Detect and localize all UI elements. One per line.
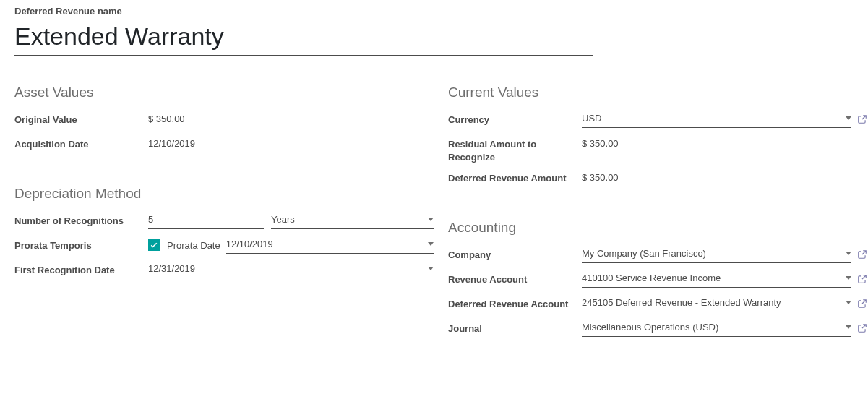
prorata-date-label: Prorata Date (167, 240, 220, 251)
external-link-icon[interactable] (857, 249, 867, 260)
deferred-revenue-account-text: 245105 Deferred Revenue - Extended Warra… (582, 297, 841, 308)
journal-select[interactable]: Miscellaneous Operations (USD) (582, 320, 851, 337)
first-recognition-date-text: 12/31/2019 (148, 263, 424, 274)
prorata-date-input[interactable]: 12/10/2019 (226, 236, 434, 254)
recognitions-unit-text: Years (271, 214, 424, 225)
external-link-icon[interactable] (857, 299, 867, 309)
recognitions-label: Number of Recognitions (14, 212, 148, 228)
depreciation-heading: Depreciation Method (14, 186, 434, 202)
name-field-label: Deferred Revenue name (14, 0, 854, 17)
company-label: Company (448, 246, 582, 262)
first-recognition-date-input[interactable]: 12/31/2019 (148, 261, 434, 278)
chevron-down-icon (846, 301, 851, 304)
acquisition-date-label: Acquisition Date (14, 135, 148, 151)
accounting-heading: Accounting (448, 220, 867, 236)
currency-select[interactable]: USD (582, 111, 851, 128)
current-values-section: Current Values Currency USD Residual Amo… (448, 85, 867, 188)
journal-label: Journal (448, 320, 582, 335)
chevron-down-icon (846, 276, 851, 280)
original-value: $ 350.00 (148, 111, 434, 124)
current-values-heading: Current Values (448, 85, 867, 100)
chevron-down-icon (428, 218, 434, 221)
deferred-amount: $ 350.00 (582, 169, 867, 183)
revenue-account-text: 410100 Service Revenue Income (582, 273, 841, 283)
asset-values-section: Asset Values Original Value $ 350.00 Acq… (14, 85, 434, 154)
chevron-down-icon (846, 252, 851, 255)
external-link-icon[interactable] (857, 274, 867, 284)
chevron-down-icon (846, 325, 851, 329)
depreciation-section: Depreciation Method Number of Recognitio… (14, 186, 434, 280)
currency-label: Currency (448, 111, 582, 127)
first-recognition-date-label: First Recognition Date (14, 261, 148, 277)
revenue-account-select[interactable]: 410100 Service Revenue Income (582, 270, 851, 288)
company-select[interactable]: My Company (San Francisco) (582, 246, 851, 263)
deferred-amount-label: Deferred Revenue Amount (448, 169, 582, 185)
prorata-date-text: 12/10/2019 (226, 239, 424, 249)
original-value-label: Original Value (14, 111, 148, 127)
prorata-label: Prorata Temporis (14, 236, 148, 252)
currency-text: USD (582, 113, 841, 124)
external-link-icon[interactable] (857, 114, 867, 124)
recognitions-count-input[interactable] (148, 212, 264, 229)
accounting-section: Accounting Company My Company (San Franc… (448, 220, 867, 338)
external-link-icon[interactable] (857, 323, 867, 333)
residual-amount-label: Residual Amount to Recognize (448, 135, 582, 163)
asset-values-heading: Asset Values (14, 85, 434, 100)
chevron-down-icon (428, 242, 434, 246)
check-icon (150, 241, 158, 249)
deferred-revenue-account-label: Deferred Revenue Account (448, 295, 582, 311)
recognitions-unit-select[interactable]: Years (271, 212, 434, 229)
prorata-checkbox[interactable] (148, 239, 160, 251)
revenue-account-label: Revenue Account (448, 270, 582, 286)
residual-amount: $ 350.00 (582, 135, 867, 149)
company-text: My Company (San Francisco) (582, 248, 841, 259)
deferred-revenue-account-select[interactable]: 245105 Deferred Revenue - Extended Warra… (582, 295, 851, 312)
chevron-down-icon (428, 267, 434, 270)
journal-text: Miscellaneous Operations (USD) (582, 322, 841, 333)
name-input[interactable] (14, 21, 593, 56)
acquisition-date: 12/10/2019 (148, 135, 434, 149)
chevron-down-icon (846, 116, 851, 120)
